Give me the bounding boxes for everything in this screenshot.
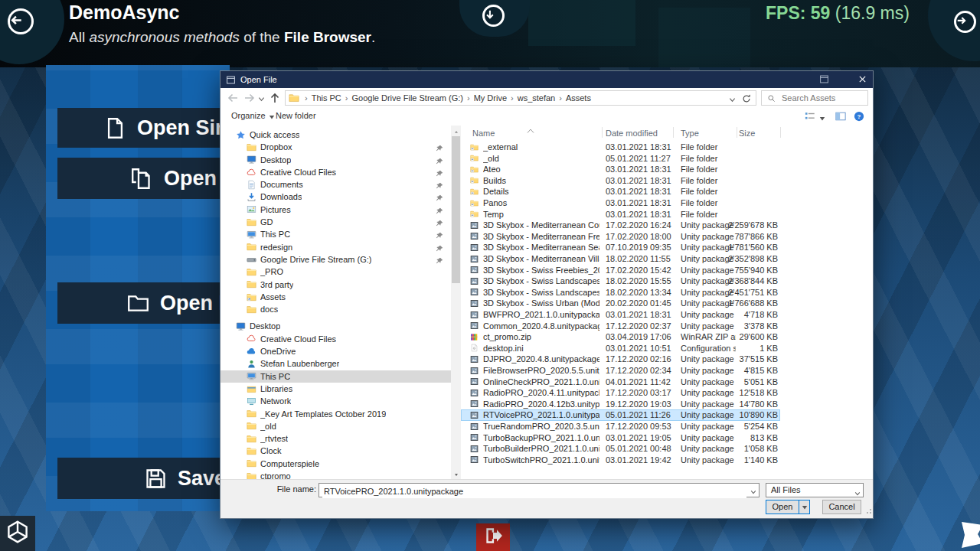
- file-row-builds[interactable]: Builds03.01.2021 18:31File folder: [461, 175, 780, 187]
- sidebar-item-dropbox[interactable]: Dropbox: [220, 141, 451, 153]
- column-header-date[interactable]: Date modified: [606, 129, 658, 138]
- breadcrumb-item-my-drive[interactable]: My Drive: [474, 93, 507, 103]
- sidebar-item-creative-cloud-files[interactable]: Creative Cloud Files: [220, 333, 451, 345]
- history-chevron-icon[interactable]: [258, 95, 265, 102]
- scrollbar-down-button[interactable]: [451, 468, 461, 479]
- file-row-radiopro-2020-4-12b3-unitypackage[interactable]: RadioPRO_2020.4.12b3.unitypackage19.12.2…: [461, 399, 780, 410]
- close-button[interactable]: [854, 73, 870, 86]
- next-demo-button[interactable]: [954, 11, 976, 33]
- file-row-3d-skybox-swiss-urban-modern-2020[interactable]: 3D Skybox - Swiss Urban (Modern)_2020...…: [461, 298, 780, 309]
- sidebar-item-libraries[interactable]: Libraries: [220, 383, 451, 395]
- file-name-input[interactable]: [322, 484, 746, 498]
- breadcrumb-item-google-drive-file-stream-g[interactable]: Google Drive File Stream (G:): [351, 93, 462, 103]
- file-row-ct-promo-zip[interactable]: ct_promo.zip03.04.2019 17:06WinRAR ZIP a…: [461, 331, 780, 343]
- breadcrumb[interactable]: ›This PC›Google Drive File Stream (G:)›M…: [285, 90, 756, 106]
- cancel-button[interactable]: Cancel: [822, 500, 861, 514]
- sidebar-item-desktop[interactable]: Desktop: [220, 154, 451, 166]
- back-icon[interactable]: [227, 92, 239, 104]
- file-type-select[interactable]: All Files: [766, 483, 864, 497]
- sidebar-item-old[interactable]: _old: [220, 420, 451, 432]
- file-name-combo[interactable]: [318, 483, 760, 497]
- file-row-details[interactable]: Details03.01.2021 18:31File folder: [461, 186, 780, 197]
- view-chevron-icon[interactable]: [819, 114, 825, 120]
- breadcrumb-item-ws-stefan[interactable]: ws_stefan: [518, 93, 556, 103]
- sidebar-item-gd[interactable]: GD: [220, 216, 451, 228]
- file-row-rtvoicepro-2021-1-0-unitypackage[interactable]: RTVoicePRO_2021.1.0.unitypackage05.01.20…: [461, 409, 780, 421]
- search-box[interactable]: [761, 90, 868, 106]
- column-header-size[interactable]: Size: [739, 129, 755, 138]
- sidebar-section-desktop[interactable]: Desktop: [220, 320, 451, 332]
- sidebar-item-docs[interactable]: docs: [220, 303, 451, 315]
- dialog-titlebar[interactable]: Open File: [220, 71, 873, 88]
- file-row-radiopro-2020-4-11-unitypackage[interactable]: RadioPRO_2020.4.11.unitypackage17.12.202…: [461, 387, 780, 399]
- sidebar-item-assets[interactable]: Assets: [220, 291, 451, 303]
- sidebar-scrollbar[interactable]: [451, 126, 461, 479]
- arrow-left-icon: [10, 14, 31, 30]
- file-row-filebrowserpro-2020-5-5-unitypackage[interactable]: FileBrowserPRO_2020.5.5.unitypackage17.1…: [461, 365, 780, 377]
- file-row-3d-skybox-swiss-landscapes-2-2020-1-0[interactable]: 3D Skybox - Swiss Landscapes_2_2020.1.0.…: [461, 276, 780, 287]
- file-row-bwfpro-2021-1-0-unitypackage[interactable]: BWFPRO_2021.1.0.unitypackage03.01.2021 1…: [461, 309, 780, 321]
- file-row-turbobuilderpro-2021-1-0-unitypackage[interactable]: TurboBuilderPRO_2021.1.0.unitypackage05.…: [461, 443, 780, 455]
- file-row-3d-skybox-swiss-landscapes-2020-1-0-u[interactable]: 3D Skybox - Swiss Landscapes_2020.1.0.u.…: [461, 287, 780, 298]
- sidebar-item-key-art-templates-october-2019[interactable]: _Key Art Templates October 2019: [220, 408, 451, 420]
- sidebar-item-this-pc[interactable]: This PC: [220, 370, 451, 383]
- file-row-common-2020-4-8-unitypackage[interactable]: Common_2020.4.8.unitypackage17.12.2020 0…: [461, 321, 780, 332]
- scroll-down-button[interactable]: [482, 5, 505, 27]
- file-row-turboswitchpro-2021-1-0-unitypackage[interactable]: TurboSwitchPRO_2021.1.0.unitypackage03.0…: [461, 455, 780, 466]
- refresh-icon[interactable]: [741, 93, 752, 104]
- file-row-old[interactable]: _old05.01.2021 11:27File folder: [461, 153, 780, 165]
- column-header-type[interactable]: Type: [681, 129, 699, 138]
- sidebar-item-computerspiele[interactable]: Computerspiele: [220, 458, 451, 470]
- scrollbar-thumb[interactable]: [452, 136, 460, 283]
- file-row-onlinecheckpro-2021-1-0-unitypackage[interactable]: OnlineCheckPRO_2021.1.0.unitypackage04.0…: [461, 377, 780, 388]
- file-row-3d-skybox-swiss-freebies-2020-1-1-unity[interactable]: 3D Skybox - Swiss Freebies_2020.1.1.unit…: [461, 265, 780, 276]
- sidebar-item-this-pc[interactable]: This PC: [220, 228, 451, 240]
- sidebar-item-google-drive-file-stream-g[interactable]: Google Drive File Stream (G:): [220, 253, 451, 266]
- chevron-down-icon[interactable]: [750, 487, 756, 494]
- preview-pane-icon[interactable]: [835, 111, 847, 122]
- sidebar-item-network[interactable]: Network: [220, 395, 451, 407]
- sidebar-item-downloads[interactable]: Downloads: [220, 191, 451, 203]
- sidebar-item-documents[interactable]: Documents: [220, 178, 451, 191]
- sidebar-item-ctpromo[interactable]: ctpromo: [220, 470, 451, 479]
- column-header-name[interactable]: Name: [472, 129, 495, 138]
- scrollbar-up-button[interactable]: [451, 126, 461, 136]
- sidebar-item-rtvtest[interactable]: _rtvtest: [220, 432, 451, 445]
- file-row-truerandompro-2020-3-5-unitypackage[interactable]: TrueRandomPRO_2020.3.5.unitypackage17.12…: [461, 421, 780, 432]
- up-icon[interactable]: [269, 92, 281, 104]
- open-button[interactable]: Open: [766, 500, 799, 514]
- file-row-external[interactable]: _external03.01.2021 18:31File folder: [461, 142, 780, 153]
- file-row-3d-skybox-mediterranean-villages-2020[interactable]: 3D Skybox - Mediterranean Villages_2020.…: [461, 253, 780, 265]
- file-row-3d-skybox-mediterranean-seaside-2019[interactable]: 3D Skybox - Mediterranean Seaside_2019..…: [461, 242, 780, 253]
- sidebar-item-redesign[interactable]: redesign: [220, 241, 451, 253]
- view-options-icon[interactable]: [804, 111, 816, 122]
- file-row-3d-skybox-mediterranean-countryside[interactable]: 3D Skybox - Mediterranean Countryside_..…: [461, 220, 780, 231]
- help-icon[interactable]: ?: [854, 111, 864, 122]
- sidebar-item-onedrive[interactable]: OneDrive: [220, 345, 451, 357]
- file-row-temp[interactable]: Temp03.01.2021 18:31File folder: [461, 209, 780, 220]
- sidebar-item-pictures[interactable]: Pictures: [220, 204, 451, 216]
- sidebar-item-stefan-laubenberger[interactable]: Stefan Laubenberger: [220, 357, 451, 370]
- resize-grip[interactable]: [865, 509, 871, 515]
- quit-button[interactable]: [476, 523, 510, 551]
- sidebar-item-pro[interactable]: _PRO: [220, 266, 451, 278]
- sidebar-item-3rd-party[interactable]: 3rd party: [220, 279, 451, 291]
- sidebar-item-clock[interactable]: Clock: [220, 445, 451, 457]
- forward-icon[interactable]: [243, 92, 256, 104]
- previous-demo-button[interactable]: [8, 8, 34, 34]
- breadcrumb-item-assets[interactable]: Assets: [566, 93, 591, 103]
- file-row-3d-skybox-mediterranean-freebies-202[interactable]: 3D Skybox - Mediterranean Freebies_202..…: [461, 231, 780, 243]
- sidebar-section-quick-access[interactable]: Quick access: [220, 129, 451, 141]
- sidebar-item-creative-cloud-files[interactable]: Creative Cloud Files: [220, 166, 451, 178]
- breadcrumb-item-this-pc[interactable]: This PC: [312, 93, 341, 103]
- address-dropdown-icon[interactable]: [729, 96, 736, 103]
- search-input[interactable]: [780, 93, 860, 103]
- file-row-desktop-ini[interactable]: desktop.ini03.01.2021 10:51Configuration…: [461, 343, 780, 354]
- open-split-button[interactable]: [799, 500, 810, 514]
- file-row-panos[interactable]: Panos03.01.2021 18:31File folder: [461, 197, 780, 209]
- new-folder-button[interactable]: New folder: [276, 111, 316, 120]
- organize-menu[interactable]: Organize: [231, 111, 275, 120]
- file-row-djpro-2020-4-8-unitypackage[interactable]: DJPRO_2020.4.8.unitypackage17.12.2020 02…: [461, 354, 780, 365]
- file-row-turbobackuppro-2021-1-0-unitypackage[interactable]: TurboBackupPRO_2021.1.0.unitypackage03.0…: [461, 432, 780, 444]
- file-row-ateo[interactable]: Ateo03.01.2021 18:31File folder: [461, 164, 780, 175]
